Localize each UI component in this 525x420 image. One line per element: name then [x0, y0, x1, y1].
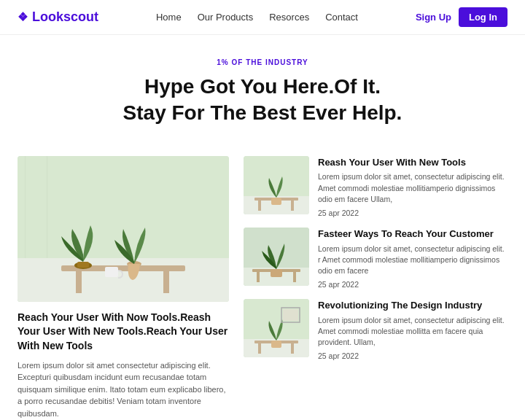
logo[interactable]: ❖ Lookscout — [18, 9, 98, 25]
right-card-2: Fasteer Ways To Reach Your Customer Lore… — [244, 228, 508, 289]
hero-section: 1% OF THE INDUSTRY Hype Got You Here.Of … — [0, 35, 525, 141]
login-button[interactable]: Log In — [459, 7, 508, 27]
right-card-3-title: Revolutionizing The Design Industry — [318, 299, 508, 312]
svg-rect-28 — [271, 341, 281, 348]
right-card-1-body: Lorem ipsum dolor sit amet, consectetur … — [318, 171, 508, 205]
nav-contact[interactable]: Contact — [325, 12, 358, 23]
right-card-1-date: 25 apr 2022 — [318, 209, 508, 217]
featured-card-title: Reach Your User With Now Tools.Reash You… — [18, 311, 229, 354]
svg-rect-20 — [257, 272, 260, 282]
nav-products[interactable]: Our Products — [198, 12, 254, 23]
signup-button[interactable]: Sign Up — [416, 12, 451, 23]
svg-rect-14 — [258, 201, 261, 211]
right-card-2-content: Fasteer Ways To Reach Your Customer Lore… — [318, 228, 508, 289]
right-card-3-image — [244, 299, 309, 357]
svg-rect-15 — [291, 201, 294, 211]
right-card-2-image — [244, 228, 309, 286]
right-card-3-body: Lorem ipsum dolor sit amet, consectetur … — [318, 315, 508, 349]
hero-tag: 1% OF THE INDUSTRY — [44, 58, 481, 66]
navbar: ❖ Lookscout Home Our Products Resorces C… — [0, 0, 525, 35]
svg-rect-22 — [271, 269, 282, 277]
svg-rect-26 — [258, 343, 261, 354]
right-card-3-content: Revolutionizing The Design Industry Lore… — [318, 299, 508, 360]
right-card-1-image — [244, 156, 309, 214]
nav-home[interactable]: Home — [156, 12, 182, 23]
right-card-1: Reash Your User With New Tools Lorem ips… — [244, 156, 508, 217]
logo-text: Lookscout — [32, 9, 98, 25]
svg-rect-9 — [47, 156, 47, 258]
svg-rect-8 — [25, 156, 26, 258]
right-card-1-content: Reash Your User With New Tools Lorem ips… — [318, 156, 508, 217]
featured-card-image — [18, 156, 229, 302]
hero-title: Hype Got You Here.Of It. Stay For The Be… — [44, 74, 481, 127]
svg-rect-1 — [18, 258, 229, 302]
right-card-2-date: 25 apr 2022 — [318, 280, 508, 289]
svg-rect-21 — [293, 272, 296, 282]
nav-links: Home Our Products Resorces Contact — [156, 12, 358, 23]
svg-rect-30 — [283, 309, 298, 321]
right-card-2-body: Lorem ipsum dolor sit amet, consectetur … — [318, 244, 508, 277]
svg-rect-10 — [105, 267, 118, 277]
right-card-1-title: Reash Your User With New Tools — [318, 156, 508, 169]
right-cards-list: Reash Your User With New Tools Lorem ips… — [244, 156, 508, 420]
nav-actions: Sign Up Log In — [416, 7, 508, 27]
svg-rect-3 — [76, 271, 82, 293]
svg-rect-27 — [291, 343, 294, 354]
svg-rect-4 — [163, 271, 169, 293]
logo-icon: ❖ — [18, 10, 28, 24]
svg-rect-16 — [271, 198, 281, 205]
featured-card: Reach Your User With Now Tools.Reash You… — [18, 156, 229, 420]
right-card-2-title: Fasteer Ways To Reach Your Customer — [318, 228, 508, 241]
nav-resources[interactable]: Resorces — [269, 12, 309, 23]
right-card-3-date: 25 apr 2022 — [318, 351, 508, 360]
content-area: Reach Your User With Now Tools.Reash You… — [0, 141, 525, 420]
right-card-3: Revolutionizing The Design Industry Lore… — [244, 299, 508, 360]
svg-rect-6 — [77, 262, 89, 268]
featured-card-body: Lorem ipsum dolor sit amet consectetur a… — [18, 359, 229, 420]
